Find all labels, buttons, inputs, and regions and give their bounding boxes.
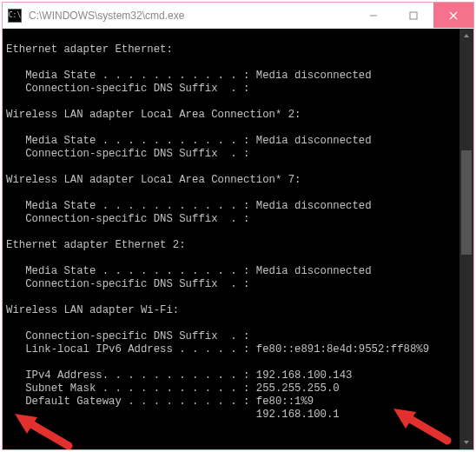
terminal-output: Ethernet adapter Ethernet: Media State .… xyxy=(3,29,459,449)
window-controls xyxy=(354,3,473,28)
window-title: C:\WINDOWS\system32\cmd.exe xyxy=(27,10,354,22)
scroll-thumb[interactable] xyxy=(461,150,472,255)
scroll-up-icon[interactable] xyxy=(459,29,473,43)
close-button[interactable] xyxy=(433,3,473,28)
svg-marker-4 xyxy=(464,34,469,37)
cmd-window: C:\ C:\WINDOWS\system32\cmd.exe Ethernet… xyxy=(2,2,474,450)
titlebar[interactable]: C:\ C:\WINDOWS\system32\cmd.exe xyxy=(3,3,473,29)
scroll-down-icon[interactable] xyxy=(459,435,473,449)
terminal-area[interactable]: Ethernet adapter Ethernet: Media State .… xyxy=(3,29,473,449)
minimize-button[interactable] xyxy=(354,3,393,28)
vertical-scrollbar[interactable] xyxy=(459,29,473,449)
svg-marker-5 xyxy=(464,441,469,444)
svg-rect-1 xyxy=(410,12,417,19)
cmd-icon: C:\ xyxy=(8,9,22,23)
maximize-button[interactable] xyxy=(393,3,433,28)
